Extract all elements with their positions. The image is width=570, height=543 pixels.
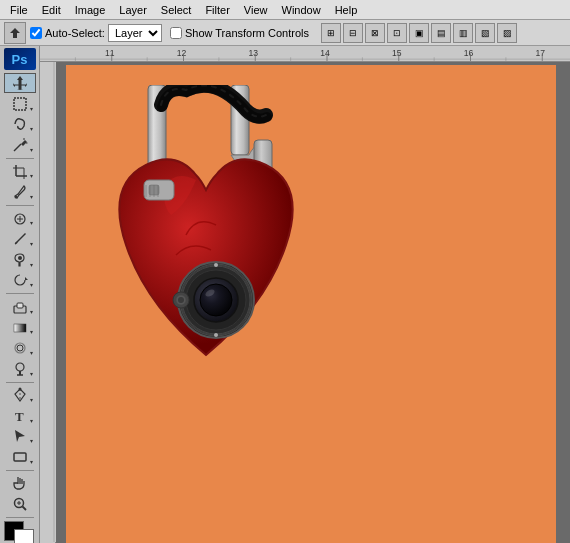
main-area: Ps ▾ ▾ ▾ xyxy=(0,46,570,543)
svg-line-3 xyxy=(14,144,21,151)
menu-edit[interactable]: Edit xyxy=(36,3,67,17)
svg-marker-27 xyxy=(15,430,25,442)
eraser-tool-button[interactable]: ▾ xyxy=(4,297,36,317)
svg-point-75 xyxy=(200,284,232,316)
svg-text:17: 17 xyxy=(536,48,546,58)
heart-artwork xyxy=(86,85,326,405)
show-transform-checkbox[interactable] xyxy=(170,27,182,39)
align-bottom-icon[interactable]: ▤ xyxy=(431,23,451,43)
menu-image[interactable]: Image xyxy=(69,3,112,17)
eyedropper-tool-button[interactable]: ▾ xyxy=(4,182,36,202)
menu-select[interactable]: Select xyxy=(155,3,198,17)
canvas-area[interactable]: 11 12 13 14 15 16 17 xyxy=(40,46,570,543)
align-center-h-icon[interactable]: ⊟ xyxy=(343,23,363,43)
svg-rect-18 xyxy=(17,303,23,308)
menu-help[interactable]: Help xyxy=(329,3,364,17)
svg-text:14: 14 xyxy=(320,48,330,58)
dodge-tool-button[interactable]: ▾ xyxy=(4,359,36,379)
blur-tool-button[interactable]: ▾ xyxy=(4,338,36,358)
svg-marker-1 xyxy=(13,76,27,90)
distribute-h-icon[interactable]: ▥ xyxy=(453,23,473,43)
svg-text:15: 15 xyxy=(392,48,402,58)
ruler-left xyxy=(40,62,56,543)
menu-layer[interactable]: Layer xyxy=(113,3,153,17)
zoom-tool-button[interactable] xyxy=(4,494,36,514)
tool-separator-1 xyxy=(6,158,34,159)
hand-tool-button[interactable] xyxy=(4,474,36,494)
svg-point-78 xyxy=(214,333,218,337)
svg-rect-2 xyxy=(14,98,26,110)
svg-point-81 xyxy=(178,297,184,303)
svg-line-30 xyxy=(22,507,26,511)
align-top-icon[interactable]: ⊡ xyxy=(387,23,407,43)
menu-filter[interactable]: Filter xyxy=(199,3,235,17)
canvas-container[interactable] xyxy=(56,62,570,543)
show-transform-label: Show Transform Controls xyxy=(185,27,309,39)
toolbox: Ps ▾ ▾ ▾ xyxy=(0,46,40,543)
svg-marker-16 xyxy=(25,277,28,280)
text-tool-button[interactable]: T ▾ xyxy=(4,406,36,426)
brush-tool-button[interactable]: ▾ xyxy=(4,229,36,249)
gradient-tool-button[interactable]: ▾ xyxy=(4,318,36,338)
tool-separator-4 xyxy=(6,382,34,383)
svg-point-77 xyxy=(214,263,218,267)
auto-select-label: Auto-Select: xyxy=(45,27,105,39)
healing-brush-button[interactable]: ▾ xyxy=(4,209,36,229)
fg-bg-colors[interactable] xyxy=(4,521,36,543)
ruler-top: 11 12 13 14 15 16 17 xyxy=(40,46,570,62)
svg-point-25 xyxy=(18,388,21,391)
align-right-icon[interactable]: ⊠ xyxy=(365,23,385,43)
align-left-icon[interactable]: ⊞ xyxy=(321,23,341,43)
show-transform-group: Show Transform Controls xyxy=(170,27,309,39)
svg-text:T: T xyxy=(15,409,24,424)
lasso-tool-button[interactable]: ▾ xyxy=(4,115,36,135)
svg-point-22 xyxy=(16,363,24,371)
svg-text:12: 12 xyxy=(177,48,187,58)
crop-tool-button[interactable]: ▾ xyxy=(4,162,36,182)
svg-rect-56 xyxy=(40,62,56,542)
menu-window[interactable]: Window xyxy=(276,3,327,17)
ps-logo: Ps xyxy=(4,48,36,70)
tool-separator-3 xyxy=(6,293,34,294)
path-selection-button[interactable]: ▾ xyxy=(4,427,36,447)
svg-text:13: 13 xyxy=(249,48,259,58)
svg-point-15 xyxy=(18,256,22,260)
menu-file[interactable]: File xyxy=(4,3,34,17)
clone-stamp-button[interactable]: ▾ xyxy=(4,250,36,270)
menu-view[interactable]: View xyxy=(238,3,274,17)
marquee-tool-button[interactable]: ▾ xyxy=(4,94,36,114)
align-center-v-icon[interactable]: ▣ xyxy=(409,23,429,43)
svg-text:11: 11 xyxy=(105,48,115,58)
pen-tool-button[interactable]: ▾ xyxy=(4,385,36,405)
svg-rect-33 xyxy=(40,46,570,61)
move-tool-button[interactable] xyxy=(4,73,36,93)
move-tool-options-arrow[interactable] xyxy=(4,22,26,44)
auto-select-group: Auto-Select: Layer xyxy=(30,24,162,42)
svg-rect-19 xyxy=(14,324,26,332)
transform-icons-group: ⊞ ⊟ ⊠ ⊡ ▣ ▤ ▥ ▧ ▨ xyxy=(321,23,517,43)
svg-point-21 xyxy=(17,345,23,351)
history-brush-button[interactable]: ▾ xyxy=(4,271,36,291)
tool-separator-2 xyxy=(6,205,34,206)
distribute-v-icon[interactable]: ▧ xyxy=(475,23,495,43)
canvas[interactable] xyxy=(66,65,556,543)
options-bar: Auto-Select: Layer Show Transform Contro… xyxy=(0,20,570,46)
auto-select-checkbox[interactable] xyxy=(30,27,42,39)
layer-dropdown[interactable]: Layer xyxy=(108,24,162,42)
svg-point-11 xyxy=(14,196,17,199)
tool-separator-5 xyxy=(6,470,34,471)
shape-tool-button[interactable]: ▾ xyxy=(4,447,36,467)
magic-wand-tool-button[interactable]: ▾ xyxy=(4,135,36,155)
svg-rect-28 xyxy=(14,453,26,461)
svg-text:16: 16 xyxy=(464,48,474,58)
svg-marker-0 xyxy=(10,28,20,38)
arrange-icon[interactable]: ▨ xyxy=(497,23,517,43)
menu-bar: File Edit Image Layer Select Filter View… xyxy=(0,0,570,20)
tool-separator-6 xyxy=(6,517,34,518)
